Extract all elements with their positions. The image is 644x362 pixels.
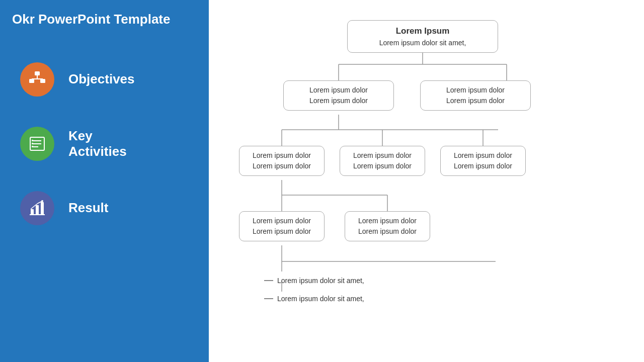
l2a-line1: Lorem ipsum dolor xyxy=(309,85,368,96)
text-item-2: Lorem ipsum dolor sit amet, xyxy=(264,295,364,303)
sidebar: Okr PowerPoint Template Objectives xyxy=(0,0,209,362)
svg-rect-12 xyxy=(32,140,33,141)
svg-rect-13 xyxy=(32,143,33,144)
root-box: Lorem Ipsum Lorem ipsum dolor sit amet, xyxy=(347,20,498,53)
l3a-box: Lorem ipsum dolor Lorem ipsum dolor xyxy=(239,146,325,176)
l2b-line1: Lorem ipsum dolor xyxy=(446,85,505,96)
org-chart: Lorem Ipsum Lorem ipsum dolor sit amet, … xyxy=(224,15,629,352)
svg-rect-15 xyxy=(31,209,34,215)
l4b-line2: Lorem ipsum dolor xyxy=(358,226,417,237)
svg-rect-2 xyxy=(40,79,45,83)
svg-rect-17 xyxy=(41,202,44,215)
l4b-line1: Lorem ipsum dolor xyxy=(358,216,417,226)
root-title: Lorem Ipsum xyxy=(396,25,450,38)
sidebar-item-key-activities[interactable]: KeyActivities xyxy=(0,112,209,176)
svg-rect-1 xyxy=(29,79,34,83)
l2b-box: Lorem ipsum dolor Lorem ipsum dolor xyxy=(420,80,531,111)
dash-1 xyxy=(264,280,273,281)
l3b-line2: Lorem ipsum dolor xyxy=(353,161,412,171)
dash-2 xyxy=(264,298,273,299)
text-item-2-label: Lorem ipsum dolor sit amet, xyxy=(277,295,364,303)
sidebar-item-objectives[interactable]: Objectives xyxy=(0,47,209,112)
key-activities-label: KeyActivities xyxy=(68,128,127,159)
l2b-line2: Lorem ipsum dolor xyxy=(446,96,505,106)
l4a-line2: Lorem ipsum dolor xyxy=(253,226,311,237)
objectives-label: Objectives xyxy=(68,71,135,87)
main-content: Lorem Ipsum Lorem ipsum dolor sit amet, … xyxy=(209,0,644,362)
text-item-1: Lorem ipsum dolor sit amet, xyxy=(264,277,364,285)
l3b-box: Lorem ipsum dolor Lorem ipsum dolor xyxy=(340,146,425,176)
objectives-icon-circle xyxy=(20,62,54,97)
text-item-1-label: Lorem ipsum dolor sit amet, xyxy=(277,277,364,285)
l3c-line2: Lorem ipsum dolor xyxy=(454,161,512,171)
sidebar-item-result[interactable]: Result xyxy=(0,176,209,240)
key-activities-icon-circle xyxy=(20,127,54,161)
bar-chart-icon xyxy=(28,199,46,217)
l3b-line1: Lorem ipsum dolor xyxy=(353,150,412,161)
svg-rect-0 xyxy=(35,71,40,75)
l4a-line1: Lorem ipsum dolor xyxy=(253,216,311,226)
root-subtitle: Lorem ipsum dolor sit amet, xyxy=(379,38,466,48)
l2a-line2: Lorem ipsum dolor xyxy=(309,96,368,106)
svg-rect-16 xyxy=(36,205,39,215)
l4a-box: Lorem ipsum dolor Lorem ipsum dolor xyxy=(239,211,325,241)
org-chart-icon xyxy=(28,70,46,88)
list-icon xyxy=(28,135,46,153)
result-icon-circle xyxy=(20,191,54,225)
sidebar-items: Objectives KeyActivities xyxy=(0,37,209,240)
l4b-box: Lorem ipsum dolor Lorem ipsum dolor xyxy=(345,211,430,241)
l2a-box: Lorem ipsum dolor Lorem ipsum dolor xyxy=(283,80,394,111)
result-label: Result xyxy=(68,200,108,216)
svg-point-19 xyxy=(41,200,43,202)
l3a-line1: Lorem ipsum dolor xyxy=(253,150,311,161)
sidebar-title: Okr PowerPoint Template xyxy=(0,0,209,37)
text-list: Lorem ipsum dolor sit amet, Lorem ipsum … xyxy=(264,277,364,303)
l3a-line2: Lorem ipsum dolor xyxy=(253,161,311,171)
l3c-box: Lorem ipsum dolor Lorem ipsum dolor xyxy=(440,146,526,176)
svg-rect-14 xyxy=(32,146,33,147)
l3c-line1: Lorem ipsum dolor xyxy=(454,150,512,161)
